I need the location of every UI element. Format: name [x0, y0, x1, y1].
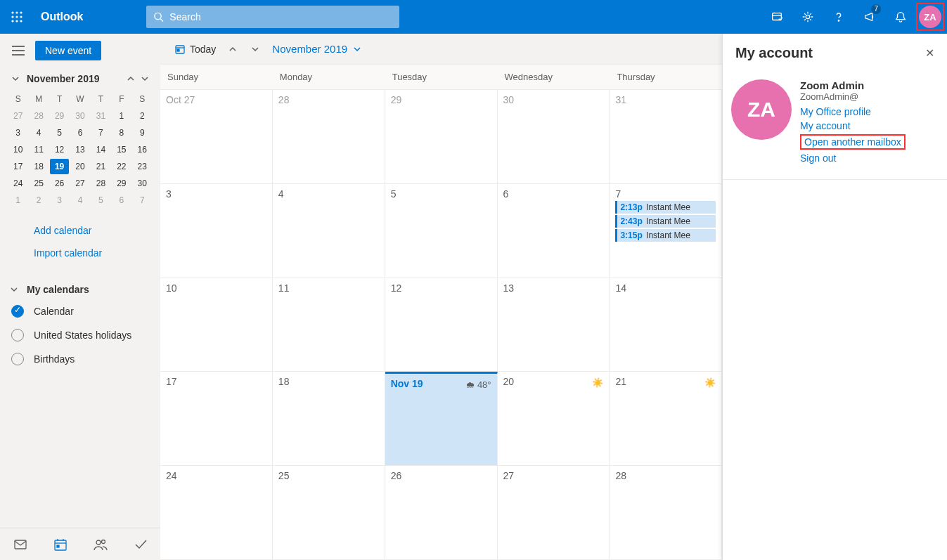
calendar-event[interactable]: 3:15p Instant Mee	[615, 229, 716, 242]
megaphone-icon[interactable]: 7	[854, 0, 885, 34]
minical-day[interactable]: 2	[29, 193, 48, 208]
search-input[interactable]	[169, 11, 392, 22]
calendar-day-cell[interactable]: 12	[385, 278, 498, 372]
minical-day[interactable]: 17	[8, 159, 27, 174]
minical-day[interactable]: 7	[133, 193, 152, 208]
calendar-day-cell[interactable]: 26	[385, 466, 498, 559]
minical-day[interactable]: 10	[8, 142, 27, 157]
search-box[interactable]	[146, 6, 399, 28]
calendar-day-cell[interactable]: 5	[385, 184, 498, 278]
calendar-day-cell[interactable]: Oct 27	[160, 90, 273, 183]
minical-day[interactable]: 3	[8, 125, 27, 141]
minical-day[interactable]: 28	[29, 108, 48, 124]
minical-day[interactable]: 8	[112, 125, 131, 141]
calendar-day-cell[interactable]: 30	[498, 90, 610, 183]
mail-module-icon[interactable]	[6, 530, 34, 559]
calendar-module-icon[interactable]	[46, 530, 75, 559]
minical-day[interactable]: 21	[91, 159, 110, 174]
minical-day[interactable]: 2	[133, 108, 152, 124]
whats-new-icon[interactable]	[761, 0, 792, 34]
minical-next-icon[interactable]	[138, 72, 152, 86]
chevron-down-icon[interactable]	[8, 72, 22, 86]
minical-day[interactable]: 25	[29, 176, 48, 191]
calendar-list-item[interactable]: Birthdays	[10, 347, 150, 371]
minical-day[interactable]: 4	[70, 193, 89, 208]
calendar-day-cell[interactable]: 27	[498, 466, 610, 559]
my-calendars-toggle[interactable]: My calendars	[10, 280, 150, 299]
minical-day[interactable]: 5	[50, 125, 69, 141]
minical-day[interactable]: 1	[112, 108, 131, 124]
minical-prev-icon[interactable]	[124, 72, 138, 86]
calendar-day-cell[interactable]: 21☀️	[610, 372, 722, 465]
minical-day[interactable]: 7	[91, 125, 110, 141]
minical-day[interactable]: 6	[70, 125, 89, 141]
prev-period-icon[interactable]	[221, 38, 244, 60]
calendar-day-cell[interactable]: 20☀️	[498, 372, 610, 465]
calendar-checkbox[interactable]	[11, 353, 24, 365]
calendar-day-cell[interactable]: 6	[498, 184, 610, 278]
minical-day[interactable]: 9	[133, 125, 152, 141]
people-module-icon[interactable]	[86, 530, 115, 559]
calendar-list-item[interactable]: United States holidays	[10, 323, 150, 347]
minical-day[interactable]: 15	[112, 142, 131, 157]
minical-day[interactable]: 29	[112, 176, 131, 191]
calendar-day-cell[interactable]: 17	[160, 372, 273, 465]
calendar-day-cell[interactable]: 11	[273, 278, 385, 372]
import-calendar-link[interactable]: Import calendar	[34, 242, 148, 264]
minical-day[interactable]: 23	[133, 159, 152, 174]
minical-day[interactable]: 30	[70, 108, 89, 124]
minical-day[interactable]: 1	[8, 193, 27, 208]
calendar-day-cell[interactable]: 14	[610, 278, 722, 372]
minical-day[interactable]: 11	[29, 142, 48, 157]
minical-day[interactable]: 12	[50, 142, 69, 157]
month-selector[interactable]: November 2019	[272, 43, 361, 55]
minical-day[interactable]: 28	[91, 176, 110, 191]
calendar-day-cell[interactable]: 28	[610, 466, 722, 559]
minical-day[interactable]: 20	[70, 159, 89, 174]
minical-day[interactable]: 6	[112, 193, 131, 208]
close-icon[interactable]: ✕	[925, 46, 934, 60]
calendar-day-cell[interactable]: 10	[160, 278, 273, 372]
open-another-mailbox-link[interactable]: Open another mailbox	[800, 133, 906, 151]
minical-day[interactable]: 29	[50, 108, 69, 124]
calendar-event[interactable]: 2:13p Instant Mee	[615, 201, 716, 214]
calendar-day-cell[interactable]: 24	[160, 466, 273, 559]
add-calendar-link[interactable]: Add calendar	[34, 219, 148, 242]
calendar-day-cell[interactable]: 25	[273, 466, 385, 559]
next-period-icon[interactable]	[244, 38, 266, 60]
minical-day[interactable]: 22	[112, 159, 131, 174]
minical-day[interactable]: 27	[8, 108, 27, 124]
settings-icon[interactable]	[792, 0, 823, 34]
bell-icon[interactable]	[885, 0, 916, 34]
tasks-module-icon[interactable]	[127, 530, 155, 559]
my-office-profile-link[interactable]: My Office profile	[800, 105, 906, 119]
app-launcher-icon[interactable]	[0, 0, 34, 34]
calendar-checkbox[interactable]	[11, 329, 24, 341]
calendar-day-cell[interactable]: 28	[273, 90, 385, 183]
new-event-button[interactable]: New event	[35, 41, 101, 60]
calendar-day-cell[interactable]: 31	[610, 90, 722, 183]
minical-day[interactable]: 3	[50, 193, 69, 208]
calendar-checkbox[interactable]	[11, 305, 24, 318]
minical-day[interactable]: 31	[91, 108, 110, 124]
calendar-day-cell[interactable]: 29	[385, 90, 498, 183]
minical-day[interactable]: 14	[91, 142, 110, 157]
calendar-day-cell[interactable]: 72:13p Instant Mee2:43p Instant Mee3:15p…	[610, 184, 722, 278]
minical-day[interactable]: 13	[70, 142, 89, 157]
sign-out-link[interactable]: Sign out	[800, 151, 906, 165]
minical-day[interactable]: 18	[29, 159, 48, 174]
minical-day[interactable]: 5	[91, 193, 110, 208]
help-icon[interactable]	[823, 0, 854, 34]
calendar-day-cell[interactable]: Nov 19🌧48°	[385, 372, 498, 465]
calendar-day-cell[interactable]: 3	[160, 184, 273, 278]
minical-day[interactable]: 19	[50, 159, 69, 174]
minical-day[interactable]: 16	[133, 142, 152, 157]
calendar-day-cell[interactable]: 18	[273, 372, 385, 465]
hamburger-icon[interactable]	[8, 41, 28, 60]
calendar-day-cell[interactable]: 4	[273, 184, 385, 278]
calendar-day-cell[interactable]: 13	[498, 278, 610, 372]
my-account-link[interactable]: My account	[800, 119, 906, 133]
minical-day[interactable]: 27	[70, 176, 89, 191]
minical-day[interactable]: 30	[133, 176, 152, 191]
calendar-event[interactable]: 2:43p Instant Mee	[615, 215, 716, 228]
